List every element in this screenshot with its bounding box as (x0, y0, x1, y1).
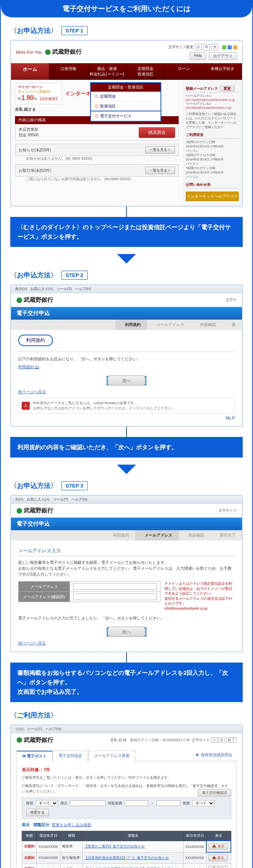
page-band-2: 電子交付申込 (11, 307, 242, 320)
caption-step2: 利用規約の内容をご確認いただき、「次へ」ボタンを押す。 (10, 437, 243, 458)
cell-kind: 取引報告書 (60, 852, 83, 864)
mail2-label: *メールアドレス2 (186, 102, 239, 106)
last-access-label: *前回のアクセス日時 (186, 153, 239, 157)
th-show: 表示 (206, 831, 231, 841)
show-button[interactable]: 📥 表示 (208, 855, 228, 861)
mail-change-button[interactable]: 変更 (220, 86, 234, 91)
nav-account[interactable]: 口座情報 (49, 63, 88, 80)
next-button-3[interactable]: 次へ (107, 627, 146, 636)
prev-login-label: *前回のログイン日時 (186, 166, 239, 170)
mycar-banner[interactable]: マイカーローン キャンペーン実施中! 年1.90% 【金利優遇】 (15, 83, 62, 104)
bank-mark-icon-2 (17, 297, 22, 303)
notice-list-button[interactable]: 一覧を見る＞ (145, 146, 175, 154)
mail1-label: *メールアドレス1 (186, 94, 239, 98)
font-size-label-2: 文字サ (226, 297, 236, 303)
deal-head-text: お取引等(未読0件) (19, 168, 51, 173)
font-small-4[interactable]: 小 (211, 737, 217, 743)
holdings-link[interactable]: ▶ 保有投信残高照会 (192, 750, 236, 761)
color-swatch-1[interactable] (222, 45, 226, 49)
cell-doc-name[interactable]: 【日本海外進出企業投信ｵｰﾌﾟﾝ】電子交付のお知らせ (83, 852, 183, 864)
breadcrumb-3: 利用規約 メールアドレス 内容確認 受付完了 (11, 530, 242, 540)
font-size-label: 文字サイズ変更 (168, 45, 193, 50)
status-select[interactable]: すべて (192, 800, 215, 806)
mail-confirm-input[interactable] (73, 593, 157, 600)
helpdesk-button[interactable]: インターネットヘルプデスク (186, 192, 239, 201)
pdf-icon[interactable]: 人 (22, 402, 30, 410)
next-button-2[interactable]: 次へ (107, 376, 146, 385)
cell-status: 未開封 (22, 841, 37, 852)
color-swatch-3[interactable] (233, 45, 237, 49)
table-row: 未開封XX16/XX/05報告書【投資のご案内】電子交付のお知らせXX15/04… (22, 841, 231, 852)
nav-deposit[interactable]: 定期預金 投資信託 (126, 63, 165, 80)
confirm-button[interactable]: 電子交付確認済 (198, 789, 231, 797)
period-to[interactable] (157, 800, 180, 806)
cell-show: 📥 表示 (206, 852, 231, 864)
cell-kind: 報告書 (60, 841, 83, 852)
security-note: ご利用状況宛てにご確認のある場合には、ただちにログインパスワードを変更した後、イ… (186, 112, 239, 129)
deal-list-button[interactable]: 一覧を見る＞ (145, 167, 175, 174)
step3-head: 〈お申込方法〉 STEP 3 (10, 481, 243, 490)
view-section-label: 表示 閲覧区分 (22, 823, 49, 827)
breadcrumb-2: 利用規約 メールアドレス 内容確認 受 (11, 320, 242, 330)
help-button[interactable]: Help (189, 52, 206, 60)
tab-settings[interactable]: 電子交付設定 (53, 751, 88, 762)
back-link-2[interactable]: 前ページへ戻る (18, 390, 46, 394)
cell-doc-name[interactable]: 【ＭＨＡＭ 日本厳選投信(毎月Ｒ)NG】電子交付のお知らせ (83, 864, 183, 868)
back-link-3[interactable]: 前ページへ戻る (18, 641, 46, 645)
browser-menubar-3: 示(V) お気に入り(A) ツール(T) ヘルプ(H) (11, 496, 242, 504)
caption-step3: 書類掲載をお知らせするパソコンなどの電子メールアドレスを2回入力し、「次へ」ボタ… (10, 663, 243, 702)
arrow-down-icon (117, 254, 136, 264)
th-recv: 受信年月日 (37, 831, 60, 841)
font-large[interactable]: 大 (211, 44, 218, 51)
cell-kind: その他 (60, 864, 83, 868)
nav-procedures[interactable]: 各種お手続き (204, 63, 242, 80)
connector-line-1 (126, 207, 127, 217)
terms-link[interactable]: 利用規約 🕮 (18, 365, 39, 369)
font-small[interactable]: 小 (195, 44, 202, 51)
cell-doc-name[interactable]: 【投資のご案内】電子交付のお知らせ (83, 841, 183, 852)
dropdown-edelivery[interactable]: 電子交付サービス (90, 111, 161, 122)
tab-mailchange[interactable]: メールアドレス変更 (88, 751, 136, 762)
cell-show: 📥 表示 (206, 864, 231, 868)
connector-line-3 (126, 652, 127, 663)
bank-name-4: 武蔵野銀行 (24, 736, 53, 744)
mail-head: 登録メールアドレス (186, 87, 218, 90)
logout-button[interactable]: ログアウト (209, 52, 237, 60)
nav-home[interactable]: ホーム (11, 63, 49, 80)
mypage-link[interactable]: My P (18, 416, 235, 420)
nav-transfer[interactable]: 振込・振替 料金払込(ペイジー) (88, 63, 126, 80)
font-mid[interactable]: 中 (203, 44, 210, 51)
exit-button[interactable]: 終了 (226, 737, 236, 743)
dropdown-deposit[interactable]: 定期預金 (91, 92, 160, 102)
period-from[interactable] (125, 800, 148, 806)
mail2-value: shi-hikari@musashinobank.co.jp (186, 106, 239, 109)
color-swatch-2[interactable] (228, 45, 232, 49)
mycar-rate: 1.90 (21, 94, 34, 101)
mail-done-note: 電子メールアドレスの入力が完了しましたら、「次へ」ボタンを押してください。 (18, 615, 235, 621)
dropdown-trust[interactable]: 投資信託 (91, 102, 160, 111)
mail-input[interactable] (73, 583, 157, 590)
change-apply-link[interactable]: 変更をお申し込み画面 (52, 823, 91, 827)
crumb3-done: 受付完了 (210, 530, 242, 540)
balance-inquiry-button[interactable]: 残高照会 (139, 127, 175, 138)
step2-head: 〈お申込方法〉 STEP 2 (10, 271, 243, 280)
font-large-4[interactable]: 大 (218, 737, 225, 743)
th-kind: 種類 (60, 831, 83, 841)
show-button[interactable]: 📥 表示 (208, 866, 228, 868)
apply-label-2: 〈お申込方法〉 (10, 271, 57, 280)
font-size-label-4: 文字サイズ (192, 738, 210, 742)
pdf-note-2: お持ちでない方は左のアイコンを押してダウンロードの上、インストールしてください。 (33, 406, 175, 410)
more-for-you-logo: More For You (16, 50, 42, 55)
mail-field-label: メールアドレス (19, 582, 70, 592)
show-button[interactable]: 📥 表示 (208, 843, 228, 850)
mail-section-head: メールアドレス入力 (18, 545, 235, 556)
mail-icon: ✉ (23, 754, 26, 758)
strict-input[interactable] (70, 800, 106, 806)
nav-loan[interactable]: ローン (165, 63, 203, 80)
tab-epost[interactable]: ✉ 電子ポスト (17, 751, 53, 762)
browser-menubar-4: り(A) ツール(T) ヘルプ(H) (11, 725, 242, 733)
apply-label-3: 〈お申込方法〉 (10, 481, 57, 490)
kind-select[interactable]: すべて (36, 800, 58, 806)
mycar-pct: % (34, 97, 37, 101)
search-button[interactable]: 検索する (26, 809, 49, 816)
